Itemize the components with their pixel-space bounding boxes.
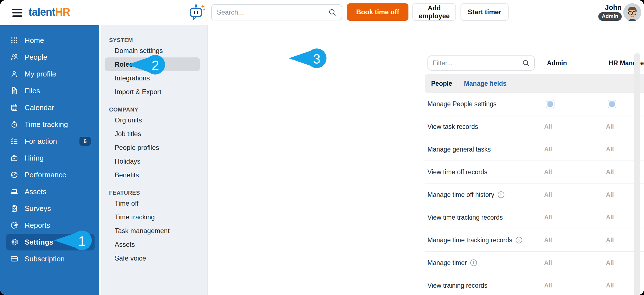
calendar-icon xyxy=(10,103,18,112)
filter-input[interactable] xyxy=(433,59,522,67)
laptop-icon xyxy=(10,187,18,196)
sidebar-item-people[interactable]: People xyxy=(6,49,95,66)
settings-nav-item-assets[interactable]: Assets xyxy=(105,238,200,251)
settings-nav-item-domain-settings[interactable]: Domain settings xyxy=(105,44,200,57)
app-window: talentHR Book time off Add employee Star… xyxy=(0,0,644,295)
clipboard-icon xyxy=(10,204,18,213)
sidebar-item-performance[interactable]: Performance xyxy=(6,166,95,183)
settings-nav-panel: SYSTEMDomain settingsRolesIntegrationsIm… xyxy=(101,25,208,295)
app-logo[interactable]: talentHR xyxy=(29,6,70,18)
settings-nav-item-org-units[interactable]: Org units xyxy=(105,113,200,127)
permission-label-text: Manage People settings xyxy=(427,100,497,108)
permission-label: Manage time off historyi xyxy=(427,191,544,199)
settings-nav-item-people-profiles[interactable]: People profiles xyxy=(105,141,200,154)
vertical-scrollbar[interactable] xyxy=(634,53,640,295)
sidebar-item-hiring[interactable]: Hiring xyxy=(6,150,95,166)
sidebar-item-subscription[interactable]: Subscription xyxy=(6,250,95,267)
settings-nav-item-time-tracking[interactable]: Time tracking xyxy=(105,210,200,224)
sidebar-item-time-tracking[interactable]: Time tracking xyxy=(6,116,95,133)
permission-label-text: Manage time tracking records xyxy=(427,236,512,244)
sidebar-item-my-profile[interactable]: My profile xyxy=(6,66,95,82)
sidebar-item-settings[interactable]: Settings xyxy=(6,234,95,250)
sidebar-item-label: Files xyxy=(25,87,40,95)
manage-fields-link[interactable]: Manage fields xyxy=(464,80,506,87)
main-content: AdminHR ManagerEmployee *IT Admin People… xyxy=(208,25,644,295)
menu-icon[interactable] xyxy=(12,7,23,18)
sidebar-item-calendar[interactable]: Calendar xyxy=(6,99,95,116)
permission-value: All xyxy=(544,282,606,289)
sidebar-item-label: Performance xyxy=(25,171,66,179)
permission-value: All xyxy=(544,214,606,221)
table-row: View task recordsAllAllTheir team, Thems… xyxy=(425,115,644,138)
permission-label: View training records xyxy=(427,282,544,289)
briefcase-icon xyxy=(10,154,18,162)
column-header-admin: Admin xyxy=(547,59,609,67)
topbar: talentHR Book time off Add employee Star… xyxy=(0,0,644,25)
permissions-table: Manage People settingsView task recordsA… xyxy=(425,93,644,295)
settings-nav-item-safe-voice[interactable]: Safe voice xyxy=(105,251,200,265)
gauge-icon xyxy=(10,171,18,179)
info-icon[interactable]: i xyxy=(516,237,522,243)
start-timer-button[interactable]: Start timer xyxy=(460,3,509,21)
user-role-badge: Admin xyxy=(598,12,622,21)
book-time-off-button[interactable]: Book time off xyxy=(347,3,408,21)
gear-icon xyxy=(10,238,18,246)
sidebar-item-label: People xyxy=(25,53,47,62)
settings-nav-item-roles[interactable]: Roles xyxy=(105,57,200,71)
sidebar-item-label: Home xyxy=(25,36,44,45)
sidebar-item-label: Time tracking xyxy=(25,120,68,129)
people-icon xyxy=(10,53,18,61)
sidebar-item-files[interactable]: Files xyxy=(6,82,95,99)
table-row: View training recordsAllAllTheir team, T… xyxy=(425,274,644,295)
permission-label-text: Manage general tasks xyxy=(427,146,491,153)
tab-people[interactable]: People xyxy=(431,80,452,87)
table-row: View time off recordsAllAllTheir team, T… xyxy=(425,161,644,183)
ai-chatbot-icon[interactable] xyxy=(188,4,205,21)
settings-nav-item-integrations[interactable]: Integrations xyxy=(105,71,200,85)
sidebar-item-reports[interactable]: Reports xyxy=(6,217,95,234)
table-row: Manage People settings xyxy=(425,93,644,115)
permission-label: Manage timeri xyxy=(427,259,544,267)
filter-box[interactable] xyxy=(427,55,535,71)
avatar[interactable] xyxy=(623,3,641,21)
global-search[interactable] xyxy=(211,4,342,20)
sidebar-item-home[interactable]: Home xyxy=(6,32,95,49)
settings-nav-item-benefits[interactable]: Benefits xyxy=(105,168,200,182)
column-header-label: Admin xyxy=(547,59,567,67)
add-employee-button[interactable]: Add employee xyxy=(412,3,456,21)
sidebar-item-label: Reports xyxy=(25,221,50,230)
sidebar-item-label: Calendar xyxy=(25,103,54,112)
sidebar-item-for-action[interactable]: For action6 xyxy=(6,133,95,150)
settings-nav-item-time-off[interactable]: Time off xyxy=(105,196,200,210)
tab-separator xyxy=(458,79,458,88)
permission-value: All xyxy=(544,191,606,198)
permission-label: View time tracking records xyxy=(427,214,544,221)
permission-value: All xyxy=(544,259,606,266)
permission-label-text: Manage time off history xyxy=(427,191,494,199)
checklist-icon xyxy=(10,137,18,145)
sidebar-item-surveys[interactable]: Surveys xyxy=(6,200,95,217)
permission-label: Manage People settings xyxy=(427,100,544,108)
filter-search-icon xyxy=(522,59,530,67)
info-icon[interactable]: i xyxy=(498,191,504,198)
permission-label: Manage general tasks xyxy=(427,146,544,153)
nav-section-title: SYSTEM xyxy=(109,37,207,44)
sidebar-item-label: My profile xyxy=(25,70,56,78)
search-input[interactable] xyxy=(217,8,328,16)
settings-nav-item-job-titles[interactable]: Job titles xyxy=(105,127,200,141)
info-icon[interactable]: i xyxy=(470,259,477,266)
user-info: John Admin xyxy=(598,3,622,21)
permission-checkbox-checked[interactable] xyxy=(546,100,554,108)
settings-nav-item-task-management[interactable]: Task management xyxy=(105,224,200,238)
checkbox-fill xyxy=(547,101,553,107)
sidebar-item-assets[interactable]: Assets xyxy=(6,183,95,200)
permission-checkbox-checked[interactable] xyxy=(608,100,616,108)
sidebar-item-label: Assets xyxy=(25,187,46,196)
permission-label-text: View time tracking records xyxy=(427,214,503,221)
sidebar-item-label: Subscription xyxy=(25,255,65,263)
permission-label-text: View task records xyxy=(427,123,478,131)
settings-nav-item-import-export[interactable]: Import & Export xyxy=(105,85,200,99)
card-icon xyxy=(10,255,18,263)
permission-label: View time off records xyxy=(427,168,544,176)
settings-nav-item-holidays[interactable]: Holidays xyxy=(105,154,200,168)
